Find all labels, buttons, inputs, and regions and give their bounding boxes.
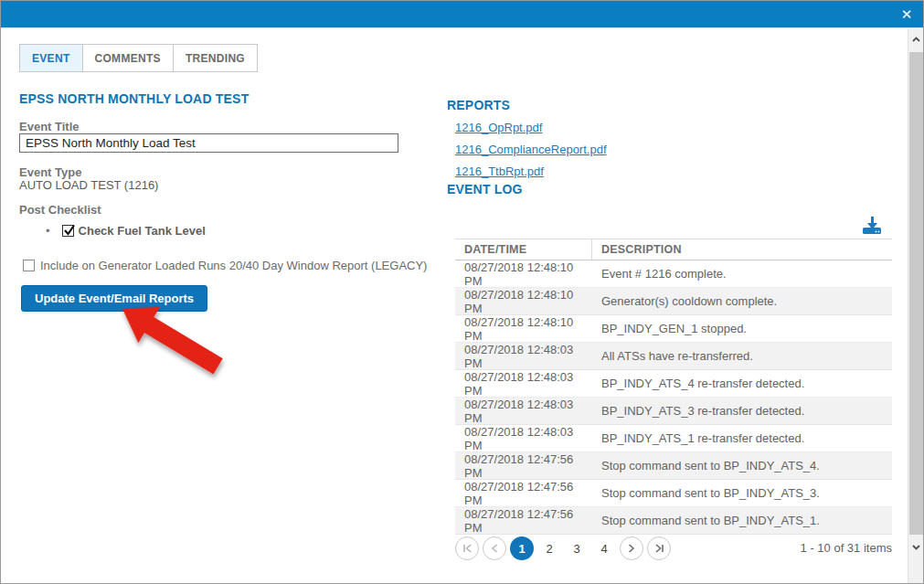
tab-trending[interactable]: TRENDING [173, 44, 258, 72]
event-title-label: Event Title [19, 120, 80, 133]
table-row: 08/27/2018 12:47:56 PMStop command sent … [455, 507, 892, 535]
table-row: 08/27/2018 12:48:10 PMGenerator(s) coold… [455, 288, 892, 315]
cell-datetime: 08/27/2018 12:48:03 PM [455, 425, 592, 452]
first-page-button[interactable] [455, 536, 479, 560]
cell-description: BP_INDY_ATS_1 re-transfer detected. [592, 431, 892, 445]
last-page-icon [654, 544, 664, 553]
table-row: 08/27/2018 12:48:10 PMEvent # 1216 compl… [455, 260, 892, 288]
dialog-titlebar: ✕ [1, 1, 923, 28]
table-row: 08/27/2018 12:48:03 PMAll ATSs have re-t… [455, 343, 892, 370]
checklist-item: • Check Fuel Tank Level [46, 224, 206, 238]
cell-datetime: 08/27/2018 12:48:03 PM [455, 398, 592, 425]
close-icon[interactable]: ✕ [896, 5, 918, 25]
cell-description: Generator(s) cooldown complete. [592, 294, 892, 308]
column-header-description[interactable]: DESCRIPTION [592, 243, 892, 256]
prev-page-button[interactable] [483, 536, 506, 560]
scrollbar-thumb[interactable] [909, 52, 923, 535]
scroll-up-button[interactable] [908, 31, 924, 51]
cell-description: BP_INDY_ATS_3 re-transfer detected. [592, 404, 892, 418]
cell-description: All ATSs have re-transferred. [592, 349, 892, 363]
tab-event[interactable]: EVENT [19, 44, 83, 72]
export-download-icon[interactable] [861, 215, 883, 235]
vertical-scrollbar[interactable] [908, 29, 923, 583]
event-type-label: Event Type [19, 165, 81, 179]
bullet: • [46, 224, 50, 238]
page-number-1[interactable]: 1 [510, 536, 534, 560]
cell-datetime: 08/27/2018 12:48:10 PM [455, 315, 592, 343]
reports-section-title: REPORTS [447, 98, 510, 112]
event-section-title: EPSS NORTH MONTHLY LOAD TEST [19, 91, 249, 106]
report-link-ttbrpt[interactable]: 1216_TtbRpt.pdf [455, 165, 544, 178]
event-log-table: DATE/TIME DESCRIPTION 08/27/2018 12:48:1… [455, 239, 892, 535]
page-number-3[interactable]: 3 [565, 536, 589, 560]
event-log-header-row: DATE/TIME DESCRIPTION [455, 239, 892, 260]
next-page-button[interactable] [620, 536, 643, 560]
event-dialog: ✕ EVENT COMMENTS TRENDING EPSS NORTH MON… [0, 0, 924, 584]
cell-datetime: 08/27/2018 12:48:10 PM [455, 260, 592, 288]
fuel-tank-checkbox[interactable] [62, 225, 74, 237]
cell-datetime: 08/27/2018 12:47:56 PM [455, 480, 592, 507]
next-page-icon [628, 544, 635, 553]
legacy-report-row: Include on Generator Loaded Runs 20/40 D… [23, 259, 427, 272]
table-row: 08/27/2018 12:48:03 PMBP_INDY_ATS_3 re-t… [455, 398, 892, 425]
legacy-report-label: Include on Generator Loaded Runs 20/40 D… [40, 259, 427, 272]
column-header-datetime[interactable]: DATE/TIME [455, 239, 592, 260]
chevron-down-icon [912, 545, 920, 550]
page-number-4[interactable]: 4 [592, 536, 616, 560]
legacy-report-checkbox[interactable] [23, 260, 35, 271]
cell-datetime: 08/27/2018 12:47:56 PM [455, 507, 592, 535]
report-link-oprpt[interactable]: 1216_OpRpt.pdf [455, 121, 542, 134]
cell-description: BP_INDY_ATS_4 re-transfer detected. [592, 377, 892, 390]
pager-summary: 1 - 10 of 31 items [801, 541, 892, 555]
tabstrip: EVENT COMMENTS TRENDING [19, 44, 258, 72]
cell-description: Stop command sent to BP_INDY_ATS_1. [592, 514, 892, 527]
event-title-input[interactable] [19, 133, 398, 153]
post-checklist-label: Post Checklist [19, 203, 101, 217]
report-link-compliance[interactable]: 1216_ComplianceReport.pdf [455, 143, 607, 156]
pager: 1 2 3 4 1 - 10 of 31 items [455, 535, 892, 562]
cell-datetime: 08/27/2018 12:48:03 PM [455, 370, 592, 398]
cell-description: Stop command sent to BP_INDY_ATS_3. [592, 486, 892, 500]
cell-datetime: 08/27/2018 12:47:56 PM [455, 452, 592, 480]
table-row: 08/27/2018 12:47:56 PMStop command sent … [455, 452, 892, 480]
table-row: 08/27/2018 12:48:03 PMBP_INDY_ATS_1 re-t… [455, 425, 892, 452]
table-row: 08/27/2018 12:48:10 PMBP_INDY_GEN_1 stop… [455, 315, 892, 343]
cell-description: BP_INDY_GEN_1 stopped. [592, 322, 892, 335]
checkmark-icon [62, 223, 77, 238]
checklist-item-label: Check Fuel Tank Level [79, 224, 206, 238]
cell-description: Stop command sent to BP_INDY_ATS_4. [592, 459, 892, 473]
table-row: 08/27/2018 12:47:56 PMStop command sent … [455, 480, 892, 507]
cell-datetime: 08/27/2018 12:48:03 PM [455, 343, 592, 370]
prev-page-icon [491, 544, 498, 553]
last-page-button[interactable] [647, 536, 671, 560]
event-type-value: AUTO LOAD TEST (1216) [19, 178, 158, 192]
event-log-section-title: EVENT LOG [447, 182, 523, 196]
table-row: 08/27/2018 12:48:03 PMBP_INDY_ATS_4 re-t… [455, 370, 892, 398]
page-number-2[interactable]: 2 [537, 536, 561, 560]
first-page-icon [462, 544, 473, 553]
update-event-button[interactable]: Update Event/Email Reports [21, 285, 207, 312]
tab-comments[interactable]: COMMENTS [82, 44, 174, 72]
scroll-down-button[interactable] [908, 539, 924, 559]
chevron-up-icon [912, 37, 920, 42]
event-log-body: 08/27/2018 12:48:10 PMEvent # 1216 compl… [455, 260, 892, 535]
cell-datetime: 08/27/2018 12:48:10 PM [455, 288, 592, 315]
cell-description: Event # 1216 complete. [592, 267, 892, 281]
